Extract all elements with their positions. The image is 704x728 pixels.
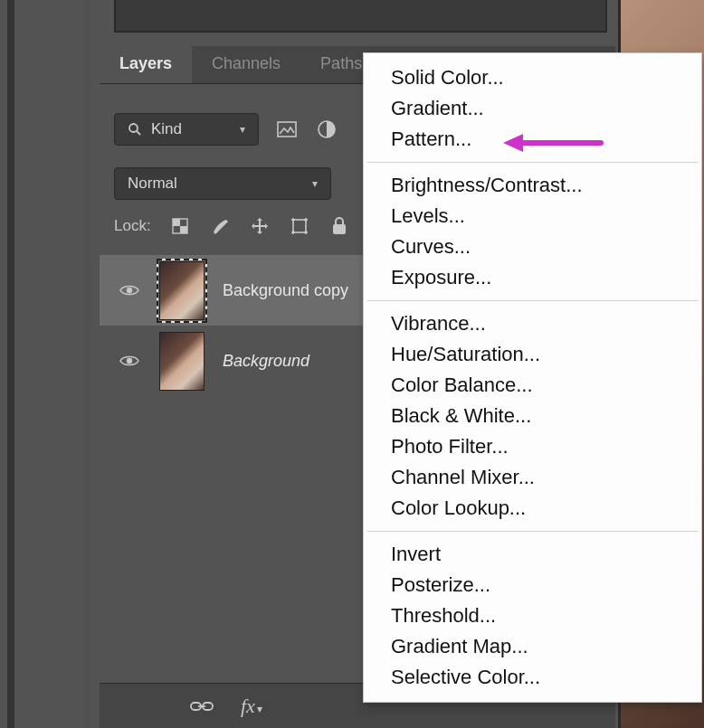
menu-separator — [367, 300, 698, 301]
lock-row: Lock: — [114, 215, 350, 237]
menu-channel-mixer[interactable]: Channel Mixer... — [364, 462, 701, 493]
menu-gradient-map[interactable]: Gradient Map... — [364, 631, 701, 662]
menu-separator — [367, 162, 698, 163]
filter-pixel-icon[interactable] — [275, 118, 299, 141]
menu-hue-saturation[interactable]: Hue/Saturation... — [364, 339, 701, 370]
layer-name: Background copy — [223, 281, 348, 300]
lock-artboard-icon[interactable] — [289, 215, 310, 237]
menu-exposure[interactable]: Exposure... — [364, 262, 701, 293]
filter-kind-select[interactable]: Kind ▾ — [114, 113, 259, 146]
menu-vibrance[interactable]: Vibrance... — [364, 308, 701, 339]
menu-levels[interactable]: Levels... — [364, 201, 701, 232]
svg-point-18 — [127, 358, 132, 364]
svg-point-0 — [129, 124, 138, 132]
filter-adjustment-icon[interactable] — [315, 118, 338, 141]
layer-thumbnail[interactable] — [159, 332, 205, 391]
menu-pattern[interactable]: Pattern... — [364, 124, 701, 155]
visibility-icon[interactable] — [118, 354, 141, 368]
lock-transparency-icon[interactable] — [169, 215, 191, 237]
menu-threshold[interactable]: Threshold... — [364, 600, 701, 631]
menu-selective-color[interactable]: Selective Color... — [364, 662, 701, 693]
menu-separator — [367, 531, 698, 532]
window-edge-inner — [84, 0, 91, 728]
svg-rect-5 — [173, 219, 180, 226]
layer-thumbnail[interactable] — [159, 261, 205, 320]
svg-line-1 — [137, 131, 140, 135]
menu-black-white[interactable]: Black & White... — [364, 401, 701, 431]
new-fill-adjustment-menu: Solid Color... Gradient... Pattern... Br… — [363, 52, 702, 703]
lock-paint-icon[interactable] — [209, 215, 231, 237]
lock-position-icon[interactable] — [249, 215, 271, 237]
menu-color-balance[interactable]: Color Balance... — [364, 370, 701, 401]
svg-rect-6 — [180, 226, 187, 233]
lock-all-icon[interactable] — [328, 215, 350, 237]
layer-name: Background — [223, 352, 309, 371]
blend-mode-label: Normal — [128, 175, 177, 193]
tab-channels[interactable]: Channels — [192, 46, 300, 83]
menu-color-lookup[interactable]: Color Lookup... — [364, 493, 701, 524]
svg-rect-16 — [333, 224, 346, 234]
filter-kind-label: Kind — [151, 120, 182, 138]
menu-curves[interactable]: Curves... — [364, 232, 701, 262]
menu-gradient[interactable]: Gradient... — [364, 93, 701, 124]
link-layers-icon[interactable] — [190, 699, 214, 714]
lock-label: Lock: — [114, 217, 151, 235]
chevron-down-icon: ▾ — [312, 177, 318, 190]
menu-invert[interactable]: Invert — [364, 539, 701, 570]
menu-solid-color[interactable]: Solid Color... — [364, 62, 701, 93]
menu-photo-filter[interactable]: Photo Filter... — [364, 431, 701, 462]
window-edge-left — [7, 0, 14, 728]
preview-well — [114, 0, 607, 33]
svg-rect-7 — [293, 220, 306, 232]
layer-fx-icon[interactable]: fx▾ — [241, 695, 261, 718]
visibility-icon[interactable] — [118, 283, 141, 298]
svg-rect-2 — [278, 122, 296, 137]
svg-point-17 — [127, 288, 132, 293]
chevron-down-icon: ▾ — [240, 123, 245, 136]
blend-mode-select[interactable]: Normal ▾ — [114, 167, 331, 200]
menu-brightness-contrast[interactable]: Brightness/Contrast... — [364, 170, 701, 201]
tab-layers[interactable]: Layers — [100, 46, 192, 83]
search-icon — [128, 122, 142, 137]
menu-posterize[interactable]: Posterize... — [364, 570, 701, 600]
